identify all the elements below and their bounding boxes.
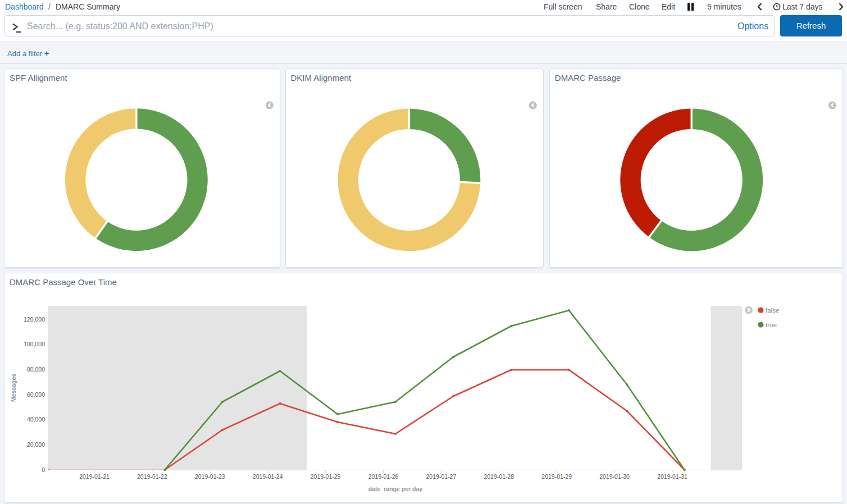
svg-text:2019-01-22: 2019-01-22 [137, 473, 167, 480]
svg-text:40,000: 40,000 [27, 416, 45, 423]
svg-text:20,000: 20,000 [27, 441, 45, 448]
svg-text:2019-01-24: 2019-01-24 [253, 473, 283, 480]
svg-text:80,000: 80,000 [27, 366, 45, 373]
svg-text:2019-01-30: 2019-01-30 [599, 473, 630, 480]
svg-text:2019-01-29: 2019-01-29 [541, 473, 572, 480]
svg-text:2019-01-25: 2019-01-25 [311, 473, 341, 480]
svg-text:0: 0 [42, 466, 45, 473]
svg-text:2019-01-31: 2019-01-31 [657, 473, 687, 480]
svg-text:true: true [766, 322, 777, 328]
svg-text:Messages: Messages [10, 374, 17, 402]
svg-text:2019-01-26: 2019-01-26 [368, 473, 399, 480]
svg-text:2019-01-27: 2019-01-27 [426, 473, 457, 480]
svg-text:100,000: 100,000 [24, 341, 45, 347]
svg-text:2019-01-23: 2019-01-23 [195, 473, 225, 480]
svg-text:120,000: 120,000 [24, 316, 45, 323]
svg-text:date_range per day: date_range per day [368, 485, 422, 492]
svg-text:2019-01-28: 2019-01-28 [484, 473, 514, 480]
svg-text:false: false [766, 307, 779, 314]
svg-text:2019-01-21: 2019-01-21 [79, 473, 110, 480]
svg-text:60,000: 60,000 [27, 391, 45, 398]
